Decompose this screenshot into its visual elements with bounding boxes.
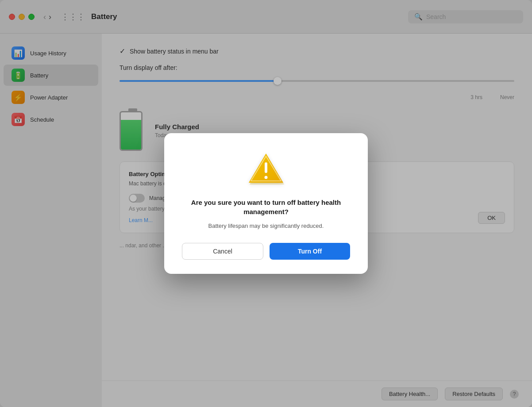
warning-icon-wrap (246, 151, 286, 188)
svg-rect-3 (265, 162, 267, 173)
cancel-button[interactable]: Cancel (182, 243, 263, 260)
modal-overlay: Are you sure you want to turn off batter… (0, 0, 532, 407)
modal-buttons: Cancel Turn Off (182, 243, 350, 260)
turn-off-button[interactable]: Turn Off (270, 243, 350, 260)
warning-icon (246, 151, 286, 186)
modal-title: Are you sure you want to turn off batter… (182, 198, 350, 216)
modal-body: Battery lifespan may be significantly re… (208, 222, 324, 230)
modal-dialog: Are you sure you want to turn off batter… (164, 133, 368, 274)
svg-point-4 (265, 176, 268, 179)
